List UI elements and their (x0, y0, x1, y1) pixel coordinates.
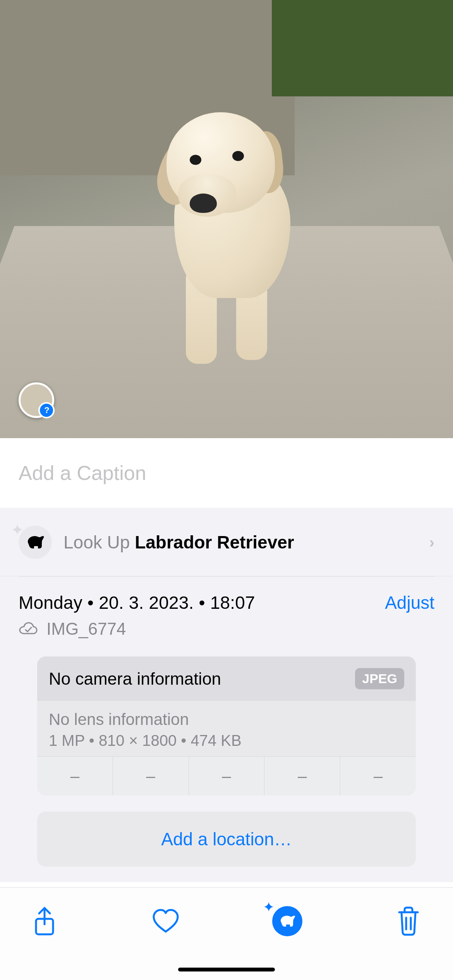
share-icon (32, 906, 57, 937)
weekday-text: Monday (19, 593, 82, 613)
bottom-toolbar: ✦ (0, 887, 453, 980)
exif-shutter-cell: – (340, 757, 416, 795)
camera-info-card: No camera information JPEG No lens infor… (37, 656, 416, 795)
image-specs-text: 1 MP • 810 × 1800 • 474 KB (49, 732, 404, 749)
chevron-right-icon: › (429, 534, 434, 551)
info-panel: ✦ Look Up Labrador Retriever › Monday • … (0, 508, 453, 882)
photo-subject-puppy (143, 101, 310, 348)
caption-input[interactable] (19, 461, 434, 485)
cloud-synced-icon (19, 622, 38, 636)
photo-bg-grass (272, 0, 453, 96)
sparkle-icon: ✦ (263, 899, 275, 915)
photo-viewer[interactable]: ? (0, 0, 453, 438)
filesize-text: 474 KB (190, 732, 241, 749)
trash-icon (396, 906, 421, 936)
dot-separator: • (82, 593, 99, 613)
exif-aperture-cell: – (264, 757, 340, 795)
dot-separator: • (85, 732, 99, 749)
sparkle-icon: ✦ (11, 521, 24, 539)
exif-ev-cell: – (189, 757, 264, 795)
delete-button[interactable] (391, 904, 426, 939)
photo-datetime: Monday • 20. 3. 2023. • 18:07 (19, 592, 255, 613)
visual-lookup-subject-badge[interactable]: ? (19, 382, 54, 418)
camera-info-text: No camera information (49, 669, 221, 689)
exif-row: – – – – – (37, 756, 416, 795)
format-badge: JPEG (355, 668, 404, 689)
filename-text: IMG_6774 (46, 619, 126, 639)
visual-lookup-label: Look Up Labrador Retriever (63, 532, 418, 553)
lens-info-text: No lens information (49, 710, 404, 729)
add-location-button[interactable]: Add a location… (37, 812, 416, 867)
dog-icon (278, 913, 296, 929)
metadata-block: Monday • 20. 3. 2023. • 18:07 Adjust IMG… (0, 577, 453, 867)
adjust-button[interactable]: Adjust (385, 592, 434, 613)
share-button[interactable] (27, 904, 62, 939)
time-text: 18:07 (210, 593, 255, 613)
exif-focal-cell: – (113, 757, 189, 795)
megapixels-text: 1 MP (49, 732, 85, 749)
visual-lookup-avatar: ✦ (19, 526, 52, 559)
dimensions-text: 810 × 1800 (99, 732, 177, 749)
question-badge-icon: ? (40, 404, 53, 417)
visual-lookup-row[interactable]: ✦ Look Up Labrador Retriever › (0, 508, 453, 576)
favorite-button[interactable] (148, 904, 183, 939)
dot-separator: • (194, 593, 210, 613)
lookup-subject: Labrador Retriever (135, 532, 294, 552)
visual-lookup-button[interactable]: ✦ (270, 904, 305, 939)
lookup-prefix: Look Up (63, 532, 135, 552)
exif-iso-cell: – (37, 757, 113, 795)
dog-icon (26, 534, 45, 551)
date-text: 20. 3. 2023. (99, 593, 194, 613)
dot-separator: • (177, 732, 190, 749)
heart-icon (151, 908, 180, 934)
caption-section (0, 438, 453, 508)
home-indicator[interactable] (178, 968, 275, 971)
